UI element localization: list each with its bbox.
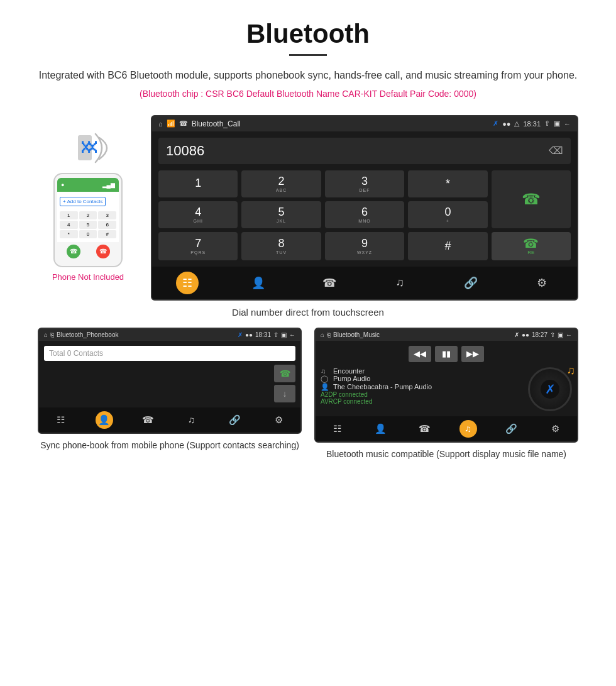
mu-settings-icon[interactable]: ⚙: [546, 420, 564, 438]
wifi-icon: △: [514, 119, 519, 128]
contacts-icon[interactable]: 👤: [247, 272, 270, 294]
music-info-col: ♫ Encounter ◯ Pump Audio 👤 The Cheebacab…: [321, 367, 523, 405]
bottom-screens: ⌂ ⎗ Bluetooth_Phonebook ✗ ●● 18:31 ⇧ ▣ ←…: [0, 328, 616, 461]
dial-number-display: 10086: [166, 143, 204, 159]
key-2[interactable]: 2 ABC: [241, 170, 321, 197]
music-icon[interactable]: ♫: [388, 272, 411, 294]
phone-bottom: ☎ ☎: [57, 242, 119, 261]
key-3[interactable]: 3 DEF: [325, 170, 404, 197]
phone-signal: ▂▄▆: [102, 182, 115, 188]
key-call[interactable]: ☎: [492, 170, 571, 228]
mu-link-icon[interactable]: 🔗: [503, 420, 520, 438]
backspace-button[interactable]: ⌫: [549, 145, 563, 157]
mu-music-icon[interactable]: ♫: [459, 420, 477, 438]
prev-button[interactable]: ◀◀: [409, 346, 431, 362]
pb-home-icon[interactable]: ⌂: [44, 331, 48, 338]
window-icon[interactable]: ▣: [554, 119, 560, 128]
key-9[interactable]: 9 WXYZ: [325, 232, 404, 260]
key-6[interactable]: 6 MNO: [325, 201, 404, 228]
music-status-bar: ⌂ ⎗ Bluetooth_Music ✗ ●● 18:27 ⇧ ▣ ←: [316, 329, 577, 341]
music-screen-wrap: ⌂ ⎗ Bluetooth_Music ✗ ●● 18:27 ⇧ ▣ ← ◀◀ …: [314, 328, 578, 461]
main-section: ⯵ ● ▂▄▆ + Add to Contacts 1 2 3 4 5 6 * …: [0, 115, 616, 301]
phone-mockup: ● ▂▄▆ + Add to Contacts 1 2 3 4 5 6 * 0 …: [53, 173, 123, 267]
settings-icon[interactable]: ⚙: [531, 272, 553, 294]
keypad-grid: 1 2 ABC 3 DEF * ☎ 4: [158, 170, 571, 260]
mu-bt-icon: ✗: [514, 331, 519, 338]
phonebook-screen: ⌂ ⎗ Bluetooth_Phonebook ✗ ●● 18:31 ⇧ ▣ ←…: [38, 328, 302, 434]
artist-row: 👤 The Cheebacabra - Pump Audio: [321, 383, 523, 391]
pb-window[interactable]: ▣: [281, 331, 287, 338]
phonebook-screen-wrap: ⌂ ⎗ Bluetooth_Phonebook ✗ ●● 18:31 ⇧ ▣ ←…: [38, 328, 302, 461]
key-hash[interactable]: #: [408, 232, 487, 260]
play-pause-button[interactable]: ▮▮: [435, 346, 458, 362]
mu-contacts-icon[interactable]: 👤: [372, 420, 390, 438]
mu-dialpad-icon[interactable]: ☷: [329, 420, 346, 438]
back-icon[interactable]: ←: [564, 120, 571, 128]
album-row: ◯ Pump Audio: [321, 375, 523, 383]
contact-search-field[interactable]: Total 0 Contacts: [44, 346, 295, 361]
key-1[interactable]: 1: [158, 170, 238, 197]
car-bottom-bar: ☷ 👤 ☎ ♫ 🔗 ⚙: [152, 267, 577, 299]
music-caption: Bluetooth music compatible (Support disp…: [326, 448, 566, 461]
car-status-left: ⌂ 📶 ☎ Bluetooth_Call: [158, 119, 241, 128]
pb-dialpad-icon[interactable]: ☷: [52, 411, 70, 429]
key-5[interactable]: 5 JKL: [241, 201, 321, 228]
pb-contacts-icon[interactable]: 👤: [96, 411, 113, 429]
phone-icon-status: ☎: [179, 119, 188, 128]
phonebook-actions: ☎ ↓: [44, 365, 295, 402]
phonebook-area: Total 0 Contacts ☎ ↓: [39, 341, 300, 407]
mu-expand[interactable]: ⇧: [550, 331, 555, 338]
link-icon[interactable]: 🔗: [459, 272, 482, 294]
phone-key-5: 5: [79, 221, 97, 229]
expand-icon[interactable]: ⇧: [544, 119, 550, 128]
music-bottom-bar: ☷ 👤 ☎ ♫ 🔗 ⚙: [316, 416, 577, 441]
key-redial[interactable]: ☎ RE: [492, 232, 571, 260]
call-screen-title: Bluetooth_Call: [192, 119, 241, 128]
track-row: ♫ Encounter: [321, 367, 523, 375]
pb-link-icon[interactable]: 🔗: [226, 411, 244, 429]
bluetooth-icon-status: ✗: [493, 119, 498, 128]
mu-time: 18:27: [532, 331, 547, 338]
key-8[interactable]: 8 TUV: [241, 232, 321, 260]
home-icon[interactable]: ⌂: [158, 120, 163, 128]
phone-top-bar: ● ▂▄▆: [57, 178, 119, 192]
next-button[interactable]: ▶▶: [461, 346, 484, 362]
pb-back[interactable]: ←: [289, 331, 295, 338]
dial-input: 10086 ⌫: [158, 138, 571, 164]
key-star[interactable]: *: [408, 170, 487, 197]
pb-settings-icon[interactable]: ⚙: [270, 411, 287, 429]
phonebook-call-btn[interactable]: ☎: [274, 365, 295, 382]
mu-dots: ●●: [522, 331, 529, 338]
call-icon[interactable]: ☎: [318, 272, 341, 294]
phonebook-status-bar: ⌂ ⎗ Bluetooth_Phonebook ✗ ●● 18:31 ⇧ ▣ ←: [39, 329, 300, 341]
key-7[interactable]: 7 PQRS: [158, 232, 238, 260]
mu-window[interactable]: ▣: [558, 331, 563, 338]
bluetooth-signal-graphic: ⯵: [69, 128, 107, 165]
phonebook-status-right: ✗ ●● 18:31 ⇧ ▣ ←: [238, 331, 295, 338]
pb-music-icon[interactable]: ♫: [183, 411, 201, 429]
mu-title: Bluetooth_Music: [333, 331, 380, 338]
page-description: Integrated with BC6 Bluetooth module, su…: [38, 67, 578, 84]
car-status-right: ✗ ●● △ 18:31 ⇧ ▣ ←: [493, 119, 571, 128]
dialpad-icon[interactable]: ☷: [176, 272, 199, 294]
phone-key-hash: #: [98, 230, 116, 238]
key-0[interactable]: 0 +: [408, 201, 487, 228]
car-status-bar: ⌂ 📶 ☎ Bluetooth_Call ✗ ●● △ 18:31 ⇧ ▣ ←: [152, 116, 577, 131]
phone-key-star: *: [60, 230, 78, 238]
music-area: ◀◀ ▮▮ ▶▶ ♫ Encounter ◯ Pump Audio: [316, 341, 577, 416]
mu-home-icon[interactable]: ⌂: [321, 331, 324, 338]
pb-call-icon[interactable]: ☎: [139, 411, 157, 429]
title-underline: [289, 54, 327, 56]
key-4[interactable]: 4 GHI: [158, 201, 238, 228]
track-name: Encounter: [333, 367, 365, 375]
phone-contacts-label: + Add to Contacts: [60, 197, 106, 206]
mu-back[interactable]: ←: [566, 331, 572, 338]
pb-signal-icon: ⎗: [50, 331, 54, 338]
vinyl-disc: ✗ ♫: [528, 367, 572, 411]
mu-call-icon[interactable]: ☎: [415, 420, 433, 438]
car-call-screen: ⌂ 📶 ☎ Bluetooth_Call ✗ ●● △ 18:31 ⇧ ▣ ← …: [151, 115, 578, 301]
phonebook-download-btn[interactable]: ↓: [274, 385, 295, 402]
music-screen: ⌂ ⎗ Bluetooth_Music ✗ ●● 18:27 ⇧ ▣ ← ◀◀ …: [314, 328, 578, 443]
pb-expand[interactable]: ⇧: [273, 331, 278, 338]
pb-signal-dots: ●●: [245, 331, 253, 338]
